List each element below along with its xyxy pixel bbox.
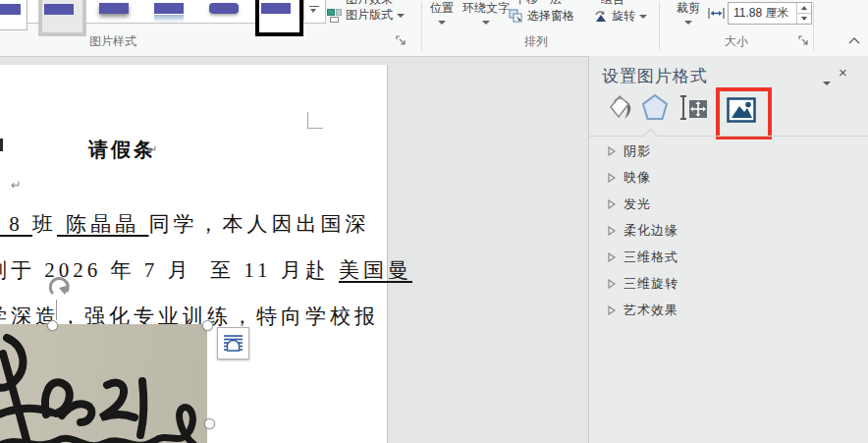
picture-style-thumb[interactable] bbox=[149, 0, 190, 28]
selection-pane-icon bbox=[509, 9, 523, 24]
panel-item-label: 发光 bbox=[624, 195, 651, 213]
panel-item-shadow[interactable]: 阴影 bbox=[608, 142, 651, 160]
tab-fill-line[interactable] bbox=[605, 92, 634, 126]
crop-button[interactable]: 裁剪 bbox=[670, 0, 707, 25]
spin-up-button[interactable] bbox=[797, 3, 811, 14]
blank-number: 8 bbox=[0, 212, 32, 236]
thumb-picture bbox=[261, 3, 291, 14]
destination: 美国曼 bbox=[339, 258, 412, 282]
doc-title: 请假条 bbox=[88, 137, 156, 163]
format-picture-pane: 设置图片格式 × bbox=[588, 56, 868, 443]
picture-layout-button[interactable]: 图片版式 bbox=[327, 7, 405, 24]
picture-layout-label: 图片版式 bbox=[346, 7, 393, 24]
word-window: 图片效果 图片版式 图片样式 位置 环绕文字 bbox=[0, 0, 868, 443]
wrap-text-label: 环绕文字 bbox=[462, 0, 510, 17]
crop-label: 裁剪 bbox=[677, 0, 700, 17]
spin-down-button[interactable] bbox=[797, 14, 811, 24]
picture-style-thumb[interactable] bbox=[204, 0, 244, 28]
shape-width-spinner bbox=[728, 2, 812, 25]
position-button[interactable]: 位置 bbox=[422, 0, 461, 25]
panel-item-glow[interactable]: 发光 bbox=[608, 195, 651, 213]
shape-width-icon bbox=[708, 7, 725, 20]
tab-layout-properties[interactable] bbox=[679, 92, 709, 126]
rotate-handle-stem bbox=[56, 300, 57, 320]
panel-item-label: 柔化边缘 bbox=[624, 222, 678, 240]
panel-item-label: 三维旋转 bbox=[624, 275, 678, 293]
group-label-picture-styles: 图片样式 bbox=[78, 33, 148, 50]
margin-mark bbox=[307, 112, 308, 129]
thumb-picture bbox=[154, 3, 184, 14]
expand-triangle-icon bbox=[608, 252, 616, 262]
wrap-text-button[interactable]: 环绕文字 bbox=[460, 0, 513, 25]
picture-styles-dialog-launcher-icon[interactable] bbox=[396, 35, 407, 46]
picture-style-thumb[interactable] bbox=[94, 0, 135, 28]
gallery-more-icon bbox=[309, 6, 319, 7]
position-label: 位置 bbox=[430, 0, 454, 17]
clipped-text-fragment bbox=[0, 138, 3, 151]
expand-triangle-icon bbox=[608, 279, 616, 289]
expand-triangle-icon bbox=[608, 146, 616, 156]
resize-handle-right[interactable] bbox=[204, 418, 215, 429]
signature-image[interactable] bbox=[0, 324, 207, 443]
paragraph-mark: ↵ bbox=[147, 142, 158, 157]
picture-style-thumb[interactable] bbox=[38, 0, 86, 36]
class-word: 班 bbox=[32, 212, 57, 236]
line1-rest: 同学，本人因出国深 bbox=[149, 212, 370, 236]
collapse-ribbon-button[interactable] bbox=[847, 36, 861, 45]
size-dialog-launcher-icon[interactable] bbox=[798, 35, 809, 46]
spinner-arrows bbox=[796, 3, 811, 24]
group-objects-label: 组合 bbox=[601, 0, 624, 6]
group-button-clipped[interactable]: 组合 bbox=[601, 0, 646, 6]
rotate-icon bbox=[593, 9, 608, 24]
thumb-picture bbox=[0, 4, 21, 15]
thumb-picture bbox=[99, 3, 129, 14]
doc-line-1: 8 班 陈晶晶 同学，本人因出国深 bbox=[0, 210, 370, 238]
panel-item-3d-format[interactable]: 三维格式 bbox=[608, 249, 678, 266]
close-icon: × bbox=[839, 64, 847, 81]
group-label-arrange: 排列 bbox=[509, 33, 564, 50]
rotate-button[interactable]: 旋转 bbox=[593, 8, 647, 25]
pane-options-button[interactable] bbox=[823, 72, 831, 89]
chevron-up-icon bbox=[801, 6, 807, 10]
layout-options-button[interactable] bbox=[217, 327, 249, 360]
rotate-handle[interactable] bbox=[45, 274, 75, 302]
picture-style-thumb[interactable] bbox=[0, 0, 27, 30]
panel-item-3d-rotation[interactable]: 三维旋转 bbox=[608, 275, 678, 293]
panel-item-label: 阴影 bbox=[624, 142, 651, 160]
tab-effects[interactable] bbox=[640, 92, 670, 126]
pane-title: 设置图片格式 bbox=[602, 65, 708, 87]
rotate-label: 旋转 bbox=[612, 8, 635, 25]
expand-triangle-icon bbox=[608, 173, 616, 183]
selection-pane-button[interactable]: 选择窗格 bbox=[509, 8, 574, 25]
group-label-size: 大小 bbox=[709, 33, 764, 50]
chevron-down-icon bbox=[397, 14, 405, 18]
picture-effects-label: 图片效果 bbox=[346, 0, 393, 6]
picture-style-thumb-selected[interactable] bbox=[255, 0, 303, 36]
shape-width-input[interactable] bbox=[729, 3, 796, 24]
paint-bucket-icon bbox=[605, 92, 634, 122]
chevron-down-icon bbox=[801, 17, 807, 21]
panel-item-soft-edges[interactable]: 柔化边缘 bbox=[608, 222, 678, 240]
send-backward-button-clipped[interactable]: 下移一层 bbox=[515, 0, 587, 6]
selection-pane-label: 选择窗格 bbox=[527, 8, 574, 25]
expand-triangle-icon bbox=[608, 199, 616, 209]
panel-item-artistic-effects[interactable]: 艺术效果 bbox=[608, 302, 678, 319]
pane-close-button[interactable]: × bbox=[839, 64, 847, 81]
picture-effects-button-clipped[interactable]: 图片效果 bbox=[346, 0, 424, 6]
gallery-more-button[interactable] bbox=[303, 0, 325, 21]
panel-item-label: 艺术效果 bbox=[624, 302, 678, 319]
chevron-down-icon bbox=[310, 9, 316, 13]
picture-layout-icon bbox=[327, 8, 342, 23]
chevron-down-icon bbox=[639, 15, 647, 19]
group-divider bbox=[659, 2, 660, 50]
group-divider bbox=[813, 2, 814, 50]
picture-styles-gallery[interactable] bbox=[0, 0, 326, 24]
panel-item-reflection[interactable]: 映像 bbox=[608, 169, 651, 187]
thumb-picture bbox=[209, 3, 239, 14]
resize-handle-top-right[interactable] bbox=[202, 320, 213, 331]
paragraph-mark: ↵ bbox=[11, 178, 22, 193]
ribbon: 图片效果 图片版式 图片样式 位置 环绕文字 bbox=[0, 0, 868, 57]
pentagon-icon bbox=[640, 92, 670, 122]
resize-handle-top[interactable] bbox=[47, 320, 58, 331]
chevron-down-icon bbox=[684, 21, 692, 25]
